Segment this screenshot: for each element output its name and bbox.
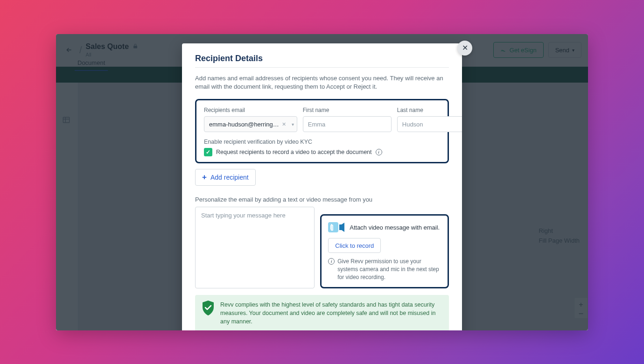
message-textarea[interactable]: Start typing your message here	[195, 207, 315, 288]
video-attach-highlight: Attach video message with email. Click t…	[320, 214, 449, 288]
email-label: Recipients email	[204, 107, 297, 113]
close-icon: ✕	[462, 43, 468, 52]
record-button[interactable]: Click to record	[328, 238, 381, 253]
video-attach-icon	[328, 222, 345, 232]
first-name-label: First name	[303, 107, 392, 113]
safety-banner: Revv complies with the highest level of …	[195, 295, 449, 330]
modal-description: Add names and email addresses of recipie…	[195, 74, 449, 92]
kyc-checkbox-label: Request recipients to record a video to …	[216, 149, 372, 155]
safety-text: Revv complies with the highest level of …	[220, 301, 442, 326]
modal-title: Recipient Details	[195, 54, 449, 63]
plus-icon: +	[202, 173, 207, 182]
close-button[interactable]: ✕	[457, 41, 472, 56]
record-button-label: Click to record	[335, 242, 374, 249]
modal-overlay: ✕ Recipient Details Add names and email …	[56, 34, 588, 330]
divider	[195, 67, 449, 68]
permission-text: Give Revv permission to use your systems…	[337, 258, 441, 281]
recipient-details-modal: Recipient Details Add names and email ad…	[182, 43, 462, 330]
info-icon[interactable]: i	[376, 149, 382, 155]
first-name-input[interactable]	[303, 116, 392, 132]
kyc-heading: Enable recipient verification by video K…	[204, 139, 312, 145]
email-select[interactable]: emma-hudson@herring… ✕ ▾	[204, 116, 297, 132]
last-name-input[interactable]	[397, 116, 462, 132]
personalize-label: Personalize the email by adding a text o…	[195, 196, 449, 203]
add-recipient-label: Add recipient	[210, 174, 249, 181]
app-frame: / Sales Quote All Get eSign Send ▾ Docum…	[56, 34, 588, 330]
recipient-form-highlight: Recipients email emma-hudson@herring… ✕ …	[195, 99, 449, 163]
clear-email-icon[interactable]: ✕	[279, 121, 289, 127]
video-attach-label: Attach video message with email.	[350, 224, 440, 231]
info-icon: i	[328, 258, 335, 265]
message-placeholder: Start typing your message here	[201, 212, 286, 219]
email-value: emma-hudson@herring…	[209, 121, 279, 128]
last-name-label: Last name	[397, 107, 462, 113]
chevron-down-icon[interactable]: ▾	[289, 122, 294, 127]
add-recipient-button[interactable]: + Add recipient	[195, 169, 256, 186]
kyc-checkbox[interactable]: ✓	[204, 148, 212, 156]
shield-icon	[202, 301, 215, 315]
